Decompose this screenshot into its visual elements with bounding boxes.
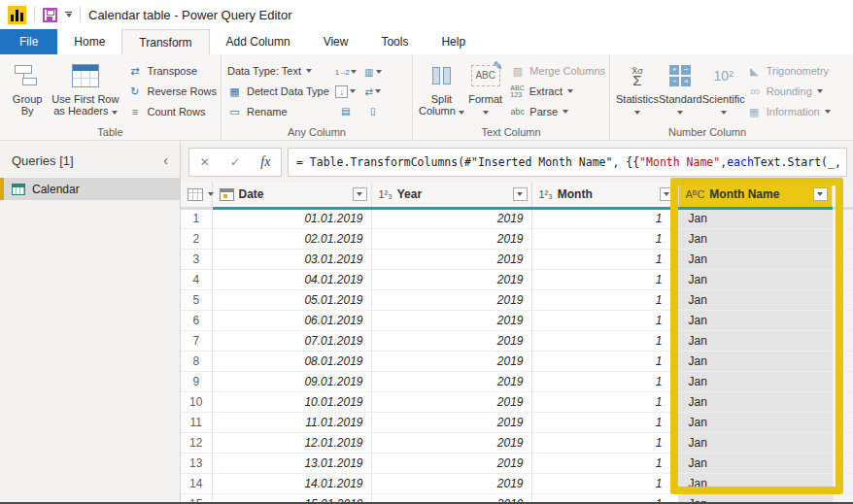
add-step-fx-icon[interactable]: fx [260,154,270,170]
fill-button[interactable]: ↓ [333,83,358,100]
tab-tools[interactable]: Tools [364,29,425,54]
scrollbar-track[interactable] [832,391,853,412]
scrollbar-track[interactable] [832,289,853,310]
cell-date[interactable]: 14.01.2019 [212,473,371,493]
use-first-row-as-headers-button[interactable]: Use First Row as Headers [49,59,121,117]
scientific-button[interactable]: 10² Scientific [702,59,745,117]
cell-month-name[interactable]: Jan [678,432,832,453]
cell-year[interactable]: 2019 [371,249,531,269]
scrollbar-track[interactable] [832,432,853,453]
cell-month[interactable]: 1 [531,330,678,351]
row-number[interactable]: 6 [181,310,212,330]
cell-date[interactable]: 02.01.2019 [212,228,371,249]
scrollbar-track[interactable] [832,330,853,351]
cancel-formula-icon[interactable]: ✕ [200,155,210,169]
scrollbar-track[interactable] [832,371,853,391]
scrollbar-track[interactable] [832,453,853,473]
parse-button[interactable]: abc Parse [510,104,605,119]
tab-file[interactable]: File [0,29,57,54]
cell-year[interactable]: 2019 [371,289,531,310]
scrollbar-track[interactable] [832,208,853,228]
information-button[interactable]: ▦ Information [747,104,831,119]
cell-date[interactable]: 11.01.2019 [212,412,371,432]
cell-month-name[interactable]: Jan [678,371,832,391]
cell-month-name[interactable]: Jan [678,330,832,351]
column-header-month[interactable]: 1²₃ Month [531,183,678,208]
row-number[interactable]: 4 [181,269,212,289]
cell-date[interactable]: 04.01.2019 [212,269,371,289]
cell-month-name[interactable]: Jan [678,249,832,269]
cell-date[interactable]: 03.01.2019 [212,249,371,269]
row-number[interactable]: 9 [181,371,212,391]
cell-month-name[interactable]: Jan [678,208,832,228]
rounding-button[interactable]: .00 Rounding [747,84,831,99]
cell-month[interactable]: 1 [531,208,678,228]
filter-icon[interactable] [813,187,828,201]
cell-month-name[interactable]: Jan [678,473,832,493]
cell-month-name[interactable]: Jan [678,289,832,310]
format-button[interactable]: ABC✎ Format [464,59,506,117]
tab-add-column[interactable]: Add Column [210,29,307,54]
cell-date[interactable]: 01.01.2019 [212,208,371,228]
cell-month[interactable]: 1 [531,228,678,249]
cell-month-name[interactable]: Jan [678,310,832,330]
split-column-button[interactable]: Split Column [419,59,464,117]
row-number[interactable]: 12 [181,432,212,453]
commit-formula-icon[interactable]: ✓ [230,155,240,169]
filter-icon[interactable] [513,187,528,201]
extract-button[interactable]: ABC123 Extract [510,84,605,99]
tab-help[interactable]: Help [425,29,482,54]
tab-view[interactable]: View [307,29,365,54]
data-type-button[interactable]: Data Type: Text [227,63,329,79]
cell-year[interactable]: 2019 [371,473,531,493]
trigonometry-button[interactable]: ◣ Trigonometry [747,63,831,79]
cell-year[interactable]: 2019 [371,371,531,391]
column-header-date[interactable]: Date [212,183,371,208]
cell-month-name[interactable]: Jan [678,391,832,412]
cell-month[interactable]: 1 [531,289,678,310]
cell-year[interactable]: 2019 [371,310,531,330]
cell-month[interactable]: 1 [531,473,678,493]
cell-date[interactable]: 12.01.2019 [212,432,371,453]
cell-month[interactable]: 1 [531,249,678,269]
cell-month[interactable]: 1 [531,371,678,391]
query-item-calendar[interactable]: Calendar [0,178,180,200]
cell-date[interactable]: 13.01.2019 [212,453,371,473]
column-header-month-name[interactable]: AᴮC Month Name [678,183,832,208]
cell-year[interactable]: 2019 [371,493,531,502]
cell-date[interactable]: 08.01.2019 [212,351,371,371]
cell-month-name[interactable]: Jan [678,412,832,432]
cell-month[interactable]: 1 [531,269,678,289]
filter-icon[interactable] [660,187,674,201]
scrollbar-track[interactable] [832,249,853,269]
row-number[interactable]: 5 [181,289,212,310]
row-number[interactable]: 7 [181,330,212,351]
filter-icon[interactable] [353,187,367,201]
tab-transform[interactable]: Transform [121,29,209,54]
row-number[interactable]: 8 [181,351,212,371]
replace-values-button[interactable]: 1→2 [333,63,358,81]
cell-month-name[interactable]: Jan [678,351,832,371]
cell-date[interactable]: 05.01.2019 [212,289,371,310]
cell-month[interactable]: 1 [531,412,678,432]
cell-date[interactable]: 07.01.2019 [212,330,371,351]
cell-year[interactable]: 2019 [371,269,531,289]
row-number[interactable]: 15 [181,493,212,502]
row-number[interactable]: 14 [181,473,212,493]
merge-columns-button[interactable]: ▥ Merge Columns [510,63,605,79]
cell-date[interactable]: 15.01.2019 [212,493,371,502]
statistics-button[interactable]: X̄σΣ Statistics [616,59,659,117]
cell-date[interactable]: 10.01.2019 [212,391,371,412]
reverse-rows-button[interactable]: ↻ Reverse Rows [127,84,217,99]
cell-month[interactable]: 1 [531,310,678,330]
tab-home[interactable]: Home [57,29,121,54]
cell-year[interactable]: 2019 [371,432,531,453]
row-number[interactable]: 3 [181,249,212,269]
rename-button[interactable]: ▭ Rename [227,104,329,119]
save-icon[interactable] [43,8,57,22]
move-button[interactable]: ⇄ [360,83,386,100]
cell-year[interactable]: 2019 [371,330,531,351]
cell-month[interactable]: 1 [531,391,678,412]
cell-year[interactable]: 2019 [371,391,531,412]
cell-year[interactable]: 2019 [371,412,531,432]
